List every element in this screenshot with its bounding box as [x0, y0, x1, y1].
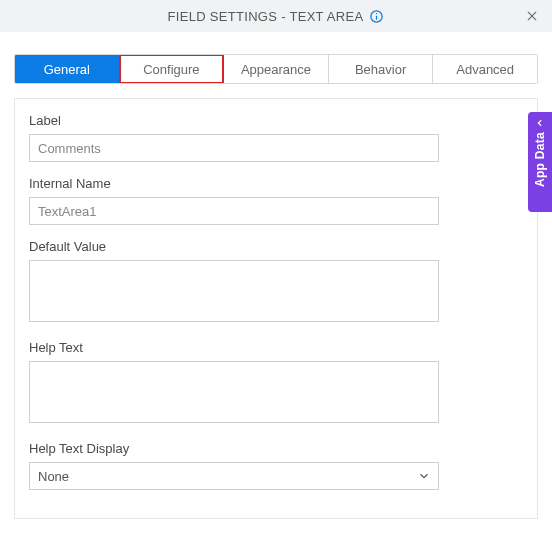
field-label-row: Label: [29, 113, 523, 162]
field-default-value-row: Default Value: [29, 239, 523, 326]
dialog-header: FIELD SETTINGS - TEXT AREA: [0, 0, 552, 32]
field-help-text-row: Help Text: [29, 340, 523, 427]
tab-label: Advanced: [456, 62, 514, 77]
app-data-side-tab[interactable]: App Data: [528, 112, 552, 212]
label-label: Label: [29, 113, 523, 128]
tab-bar: General Configure Appearance Behavior Ad…: [14, 54, 538, 84]
dialog-body: General Configure Appearance Behavior Ad…: [0, 32, 552, 519]
chevron-left-icon: [535, 118, 545, 128]
tab-general[interactable]: General: [15, 55, 120, 83]
help-text-display-label: Help Text Display: [29, 441, 523, 456]
tab-label: Behavior: [355, 62, 406, 77]
field-help-text-display-row: Help Text Display None: [29, 441, 523, 490]
tab-appearance[interactable]: Appearance: [224, 55, 329, 83]
tab-label: General: [44, 62, 90, 77]
svg-point-2: [376, 13, 377, 14]
label-input[interactable]: [29, 134, 439, 162]
dialog-title-wrap: FIELD SETTINGS - TEXT AREA: [168, 9, 385, 24]
settings-panel: Label Internal Name Default Value Help T…: [14, 98, 538, 519]
field-internal-name-row: Internal Name: [29, 176, 523, 225]
close-button[interactable]: [520, 0, 544, 32]
default-value-label: Default Value: [29, 239, 523, 254]
tab-advanced[interactable]: Advanced: [433, 55, 537, 83]
help-text-display-select[interactable]: None: [29, 462, 439, 490]
side-tab-label: App Data: [533, 132, 547, 187]
dialog-title: FIELD SETTINGS - TEXT AREA: [168, 9, 364, 24]
help-text-textarea[interactable]: [29, 361, 439, 423]
tab-configure[interactable]: Configure: [120, 55, 225, 83]
help-text-display-select-wrap: None: [29, 462, 439, 490]
tab-behavior[interactable]: Behavior: [329, 55, 434, 83]
default-value-textarea[interactable]: [29, 260, 439, 322]
tab-label: Appearance: [241, 62, 311, 77]
internal-name-input[interactable]: [29, 197, 439, 225]
tab-label: Configure: [143, 62, 199, 77]
internal-name-label: Internal Name: [29, 176, 523, 191]
help-text-label: Help Text: [29, 340, 523, 355]
info-icon[interactable]: [369, 9, 384, 24]
